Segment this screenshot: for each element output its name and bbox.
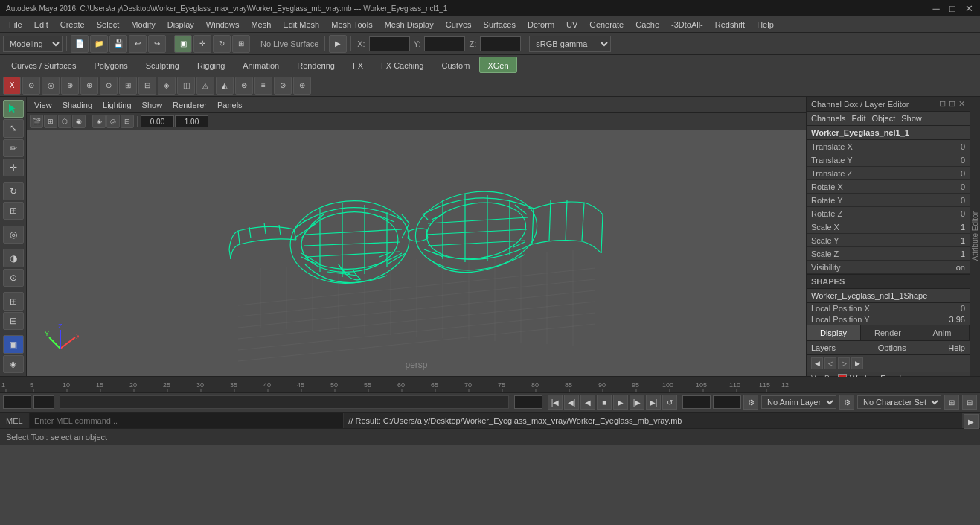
range-end[interactable]: 120 — [514, 395, 542, 409]
menu-modify[interactable]: Modify — [125, 16, 161, 33]
shelf-icon-5[interactable]: ⊕ — [80, 77, 98, 95]
menu-windows[interactable]: Windows — [200, 16, 246, 33]
total-frames[interactable]: 200 — [713, 395, 741, 409]
shelf-icon-12[interactable]: ◭ — [216, 77, 234, 95]
vp-btn-wireframe[interactable]: ⬡ — [58, 115, 71, 128]
vp-btn-isolate[interactable]: ◈ — [92, 115, 106, 128]
vp-btn-camera[interactable]: 🎬 — [30, 115, 43, 128]
mode-dropdown[interactable]: Modeling — [3, 36, 63, 52]
open-btn[interactable]: 📁 — [90, 35, 108, 53]
layer-icon-4[interactable]: ▶ — [851, 357, 863, 369]
local-pos-y-row[interactable]: Local Position Y 3.96 — [807, 314, 970, 325]
cb-menu-channels[interactable]: Channels — [811, 114, 845, 123]
menu-generate[interactable]: Generate — [583, 16, 630, 33]
menu-redshift[interactable]: Redshift — [709, 16, 751, 33]
render-btn[interactable]: ▶ — [329, 35, 347, 53]
shelf-icon-9[interactable]: ◈ — [158, 77, 176, 95]
tab-rigging[interactable]: Rigging — [189, 57, 233, 73]
tab-anim[interactable]: Anim — [915, 325, 970, 340]
z-input[interactable] — [480, 36, 521, 51]
char-set-settings[interactable]: ⚙ — [839, 395, 854, 410]
anim-extra-1[interactable]: ⊞ — [944, 395, 959, 410]
save-btn[interactable]: 💾 — [109, 35, 127, 53]
tc-play[interactable]: ▶ — [613, 395, 628, 410]
shelf-icon-10[interactable]: ◫ — [177, 77, 195, 95]
channel-translate-y[interactable]: Translate Y 0 — [807, 153, 970, 167]
tab-sculpting[interactable]: Sculpting — [138, 57, 188, 73]
vp-menu-view[interactable]: View — [30, 98, 57, 112]
layer-menu-help[interactable]: Help — [948, 343, 965, 352]
attribute-editor-tab[interactable]: Attribute Editor — [970, 97, 980, 376]
tc-stop[interactable]: ■ — [597, 395, 612, 410]
vp-menu-lighting[interactable]: Lighting — [98, 98, 136, 112]
shelf-icon-2[interactable]: ⊙ — [22, 77, 40, 95]
current-frame-start[interactable]: 1 — [3, 395, 31, 409]
local-pos-x-row[interactable]: Local Position X 0 — [807, 303, 970, 314]
minimize-button[interactable]: ─ — [931, 3, 941, 13]
menu-display[interactable]: Display — [161, 16, 200, 33]
range-display[interactable] — [60, 395, 508, 409]
tab-fx-caching[interactable]: FX Caching — [373, 57, 432, 73]
shelf-icon-14[interactable]: ≡ — [254, 77, 272, 95]
menu-file[interactable]: File — [3, 16, 28, 33]
universal-manip-btn[interactable]: ◎ — [3, 226, 24, 244]
cmd-execute-btn[interactable]: ▶ — [964, 414, 979, 429]
tc-goto-start[interactable]: |◀ — [548, 395, 563, 410]
vp-menu-shading[interactable]: Shading — [58, 98, 97, 112]
render-region-btn[interactable]: ▣ — [3, 335, 24, 353]
cb-menu-object[interactable]: Object — [871, 114, 895, 123]
move-btn[interactable]: ✛ — [193, 35, 211, 53]
channel-translate-z[interactable]: Translate Z 0 — [807, 167, 970, 180]
menu-mesh-tools[interactable]: Mesh Tools — [325, 16, 378, 33]
layer-menu-layers[interactable]: Layers — [811, 343, 836, 352]
scale-btn[interactable]: ⊞ — [232, 35, 250, 53]
tab-display[interactable]: Display — [807, 325, 861, 340]
shelf-icon-15[interactable]: ⊘ — [274, 77, 292, 95]
close-button[interactable]: ✕ — [964, 3, 974, 13]
rotate-tool-btn[interactable]: ↻ — [3, 182, 24, 200]
rotate-btn[interactable]: ↻ — [213, 35, 231, 53]
channel-rotate-y[interactable]: Rotate Y 0 — [807, 194, 970, 207]
timeline-ruler[interactable]: 1 5 10 15 20 25 30 35 40 45 — [0, 377, 980, 393]
snap-btn[interactable]: ⊞ — [3, 292, 24, 310]
channel-translate-x[interactable]: Translate X 0 — [807, 140, 970, 153]
tab-xgen[interactable]: XGen — [479, 57, 516, 73]
vp-btn-xray[interactable]: ◎ — [106, 115, 120, 128]
channel-scale-x[interactable]: Scale X 1 — [807, 220, 970, 234]
layer-menu-options[interactable]: Options — [878, 343, 906, 352]
viewport[interactable]: View Shading Lighting Show Renderer Pane… — [27, 97, 806, 376]
tab-polygons[interactable]: Polygons — [86, 57, 135, 73]
menu-mesh-display[interactable]: Mesh Display — [379, 16, 440, 33]
menu-deform[interactable]: Deform — [522, 16, 560, 33]
shelf-icon-6[interactable]: ⊙ — [100, 77, 118, 95]
cb-menu-edit[interactable]: Edit — [851, 114, 865, 123]
channel-rotate-x[interactable]: Rotate X 0 — [807, 180, 970, 194]
redo-btn[interactable]: ↪ — [148, 35, 166, 53]
scale-tool-btn[interactable]: ⊞ — [3, 202, 24, 220]
shelf-icon-16[interactable]: ⊛ — [293, 77, 311, 95]
menu-cache[interactable]: Cache — [630, 16, 665, 33]
anim-layer-dropdown[interactable]: No Anim Layer — [761, 395, 836, 409]
channel-visibility[interactable]: Visibility on — [807, 261, 970, 274]
channel-rotate-z[interactable]: Rotate Z 0 — [807, 207, 970, 220]
cb-close-btn[interactable]: ✕ — [958, 99, 965, 109]
menu-edit-mesh[interactable]: Edit Mesh — [277, 16, 325, 33]
tc-step-back[interactable]: ◀| — [564, 395, 579, 410]
new-file-btn[interactable]: 📄 — [71, 35, 89, 53]
menu-mesh[interactable]: Mesh — [245, 16, 277, 33]
char-set-dropdown[interactable]: No Character Set — [857, 395, 941, 409]
cb-collapse-btn[interactable]: ⊟ — [939, 99, 946, 109]
shelf-icon-8[interactable]: ⊟ — [138, 77, 156, 95]
tc-step-fwd[interactable]: |▶ — [630, 395, 644, 410]
move-tool-btn[interactable]: ✛ — [3, 159, 24, 176]
menu-help[interactable]: Help — [751, 16, 780, 33]
vp-menu-renderer[interactable]: Renderer — [168, 98, 211, 112]
tc-loop[interactable]: ↺ — [662, 395, 677, 410]
cmd-input[interactable] — [30, 413, 343, 428]
xray-btn[interactable]: ◈ — [3, 355, 24, 373]
cb-float-btn[interactable]: ⊞ — [949, 99, 955, 109]
shelf-icon-4[interactable]: ⊕ — [61, 77, 79, 95]
layer-icon-2[interactable]: ◁ — [824, 357, 836, 369]
vp-btn-grid[interactable]: ⊞ — [44, 115, 57, 128]
lasso-tool-btn[interactable]: ⤡ — [3, 119, 24, 137]
